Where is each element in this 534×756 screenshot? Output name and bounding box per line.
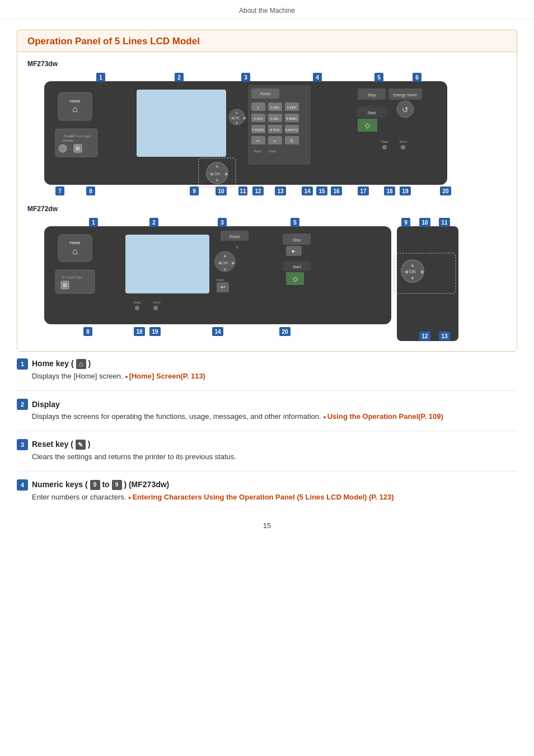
svg-text:12: 12 [255,188,261,194]
svg-point-142 [153,306,158,310]
svg-text:↺: ↺ [402,105,409,114]
svg-text:13: 13 [277,188,284,194]
svg-text:16: 16 [333,188,340,194]
svg-text:Error: Error [400,140,407,143]
desc-title-3: Reset key ( ✎ ) [32,440,90,450]
svg-text:Reset: Reset [229,235,240,239]
svg-text:10: 10 [421,220,428,226]
desc-header-1: 1 Home key ( ⌂ ) [17,358,517,370]
svg-text:Error: Error [153,301,161,304]
section-box: Operation Panel of 5 Lines LCD Model MF2… [17,30,517,352]
desc-title-4: Numeric keys ( 0 to 9 ) (MF273dw) [32,480,169,490]
svg-text:9: 9 [404,220,407,226]
link-ref-2[interactable]: Using the Operation Panel(P. 109) [323,412,443,421]
svg-text:14: 14 [214,329,221,335]
svg-text:8: 8 [86,329,90,335]
svg-text:◇: ◇ [365,122,371,129]
desc-text-1: Displays the [Home] screen. [Home] Scree… [32,372,517,380]
svg-text:2 ABC: 2 ABC [270,106,280,109]
svg-text:▶: ▶ [421,269,425,274]
svg-text:7 PQRS: 7 PQRS [252,128,264,132]
link-ref-1[interactable]: [Home] Screen(P. 113) [125,372,205,380]
desc-title-2: Display [32,400,60,409]
svg-text:5: 5 [293,220,297,226]
svg-text:8 TUV: 8 TUV [270,128,280,132]
desc-item-4: 4 Numeric keys ( 0 to 9 ) (MF273dw) Ente… [17,479,517,501]
desc-title-1: Home key ( ⌂ ) [32,359,91,369]
svg-text:▲: ▲ [235,110,239,114]
svg-text:↩: ↩ [221,284,225,290]
svg-text:9 WXYZ: 9 WXYZ [285,128,298,132]
svg-text:5: 5 [377,74,381,81]
desc-badge-4: 4 [17,479,28,491]
svg-text:11: 11 [240,188,246,194]
svg-text:6 MNO: 6 MNO [286,117,297,120]
mf272dw-svg: Home ⌂ ID Card Copy ⊞ Reset ✎ ▲ ◀ OK ▶ ▼ [27,215,470,344]
to-text: to [102,480,109,489]
desc-item-1: 1 Home key ( ⌂ ) Displays the [Home] scr… [17,358,517,380]
svg-text:2: 2 [152,220,156,226]
svg-text:⌂: ⌂ [72,246,78,256]
svg-text:13: 13 [441,333,448,339]
svg-text:Stop: Stop [368,93,376,97]
desc-item-2: 2 Display Displays the screens for opera… [17,399,517,421]
svg-text:▼: ▼ [235,121,239,125]
svg-text:18: 18 [136,329,143,335]
desc-item-3: 3 Reset key ( ✎ ) Clears the settings an… [17,439,517,461]
svg-text:Data: Data [134,301,141,304]
svg-text:Energy Saver: Energy Saver [394,93,418,97]
sep-1 [17,390,517,391]
svg-text:▼: ▼ [410,276,415,281]
svg-text:6: 6 [415,74,419,81]
desc-badge-2: 2 [17,399,28,410]
svg-text:Home: Home [70,99,81,103]
svg-text:Monitor: Monitor [63,139,74,142]
svg-text:▶: ▶ [225,171,229,176]
desc-header-2: 2 Display [17,399,517,410]
svg-text:▼: ▼ [215,178,219,183]
page-footer: 15 [0,511,534,535]
svg-text:Data: Data [381,140,388,143]
desc-header-3: 3 Reset key ( ✎ ) [17,439,517,450]
svg-text:OK: OK [409,269,416,274]
svg-text:19: 19 [402,188,409,194]
svg-text:5 JKL: 5 JKL [270,117,279,120]
svg-text:↩: ↩ [256,139,260,143]
svg-text:0: 0 [291,138,293,143]
sep-3 [17,471,517,472]
svg-text:⌂: ⌂ [72,104,78,114]
svg-rect-110 [44,226,391,324]
descriptions-section: 1 Home key ( ⌂ ) Displays the [Home] scr… [0,352,534,501]
desc-text-3: Clears the settings and returns the prin… [32,452,517,461]
svg-text:12: 12 [421,333,428,339]
svg-text:18: 18 [386,188,393,194]
svg-text:19: 19 [152,329,158,335]
svg-text:Stop: Stop [293,238,301,242]
svg-text:▼: ▼ [223,267,227,272]
svg-text:14: 14 [304,188,311,194]
svg-text:▲: ▲ [410,262,415,268]
desc-text-4: Enter numbers or characters. Entering Ch… [32,493,517,501]
svg-text:Start: Start [368,111,376,115]
sep-2 [17,431,517,431]
svg-text:Home: Home [70,241,81,245]
desc-badge-1: 1 [17,358,28,370]
desc-text-2: Displays the screens for operating the f… [32,412,517,421]
svg-text:1: 1 [99,74,102,81]
link-ref-4[interactable]: Entering Characters Using the Operation … [128,493,394,501]
svg-text:◀: ◀ [404,269,408,274]
svg-point-66 [401,145,405,150]
desc-badge-3: 3 [17,439,28,450]
svg-point-65 [382,145,387,150]
svg-rect-161 [397,226,458,341]
svg-text:ID Card Copy: ID Card Copy [62,276,82,279]
diagram-area: MF273dw Home ⌂ Status Monitor ID Card Co… [17,52,517,351]
svg-text:◀: ◀ [209,171,213,176]
svg-text:3: 3 [244,74,247,81]
svg-text:✎: ✎ [236,245,239,249]
model-label-mf273dw: MF273dw [27,60,507,68]
svg-text:17: 17 [360,188,367,194]
svg-text:11: 11 [441,220,448,226]
svg-text:7: 7 [58,188,62,194]
svg-text:C: C [274,139,277,143]
